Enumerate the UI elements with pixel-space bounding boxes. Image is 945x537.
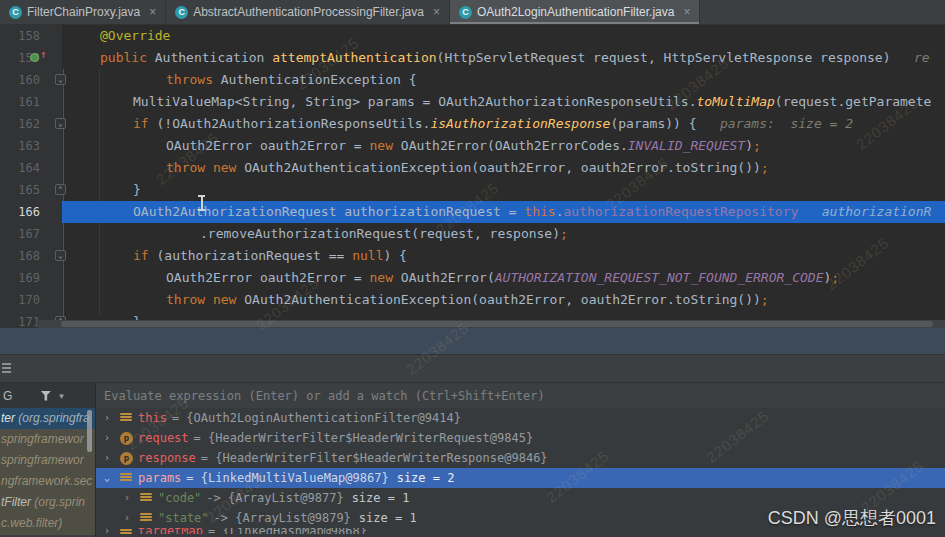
line-number[interactable]: 158 — [0, 25, 40, 47]
tab-AbstractAuthenticationProcessingFilter.java[interactable]: CAbstractAuthenticationProcessingFilter.… — [166, 0, 450, 24]
variable-row-params[interactable]: ⌄params= {LinkedMultiValueMap@9867}size … — [96, 468, 945, 488]
close-icon[interactable]: × — [433, 5, 440, 19]
class-icon: C — [9, 6, 22, 19]
frame-package-name: springframewor — [1, 453, 84, 467]
token-pl: MultiValueMap<String, String> params = O… — [133, 94, 697, 109]
code-line-165[interactable]: 165⌃} — [0, 179, 945, 201]
code-line-161[interactable]: 161MultiValueMap<String, String> params … — [0, 91, 945, 113]
chevron-right-icon[interactable]: › — [104, 408, 120, 428]
chevron-right-icon[interactable]: › — [124, 508, 140, 528]
code-text: throws AuthenticationException { — [166, 69, 416, 91]
token-kw: null — [352, 248, 383, 263]
class-icon: C — [459, 6, 472, 19]
code-text: throw new OAuth2AuthenticationException(… — [166, 289, 769, 311]
tab-FilterChainProxy.java[interactable]: CFilterChainProxy.java× — [0, 0, 166, 24]
token-kw: new — [370, 138, 393, 153]
variable-value: -> {ArrayList@9877} — [206, 488, 343, 508]
fold-up-icon[interactable]: ⌃ — [55, 184, 66, 195]
debug-separator-band — [0, 328, 945, 354]
code-line-164[interactable]: 164throw new OAuth2AuthenticationExcepti… — [0, 157, 945, 179]
variable-icon — [140, 513, 152, 523]
chevron-down-icon[interactable]: ▾ — [59, 391, 64, 401]
variable-size: size = 1 — [359, 508, 417, 528]
chevron-right-icon[interactable]: › — [104, 428, 120, 448]
chevron-down-icon[interactable]: ⌄ — [104, 468, 120, 488]
line-number[interactable]: 168 — [0, 245, 40, 267]
fold-down-icon[interactable]: ⌄ — [55, 250, 66, 261]
line-number[interactable]: 169 — [0, 267, 40, 289]
frame-row[interactable]: springframewor — [0, 429, 95, 450]
frame-row[interactable]: ngframework.sec — [0, 471, 95, 492]
code-editor[interactable]: 158@Override159↑public Authentication at… — [0, 25, 945, 328]
line-number[interactable]: 163 — [0, 135, 40, 157]
code-line-160[interactable]: 160⌄throws AuthenticationException { — [0, 69, 945, 91]
line-number[interactable]: 171 — [0, 311, 40, 328]
variable-value: -> {ArrayList@9879} — [214, 508, 351, 528]
frame-rows: ter (org.springfraspringframeworspringfr… — [0, 408, 95, 534]
code-line-159[interactable]: 159↑public Authentication attemptAuthent… — [0, 47, 945, 69]
close-icon[interactable]: × — [683, 5, 690, 19]
csdn-watermark: CSDN @思想者0001 — [768, 506, 936, 530]
filter-funnel-icon[interactable] — [40, 391, 51, 401]
variable-row-this[interactable]: ›this= {OAuth2LoginAuthenticationFilter@… — [96, 408, 945, 428]
line-number[interactable]: 167 — [0, 223, 40, 245]
code-text: throw new OAuth2AuthenticationException(… — [166, 157, 769, 179]
code-line-169[interactable]: 169OAuth2Error oauth2Error = new OAuth2E… — [0, 267, 945, 289]
chevron-right-icon[interactable]: › — [104, 528, 120, 534]
override-method-icon[interactable]: ↑ — [30, 52, 52, 64]
token-kw: public — [100, 50, 147, 65]
frame-row[interactable]: tFilter (org.sprin — [0, 492, 95, 513]
fold-down-icon[interactable]: ⌄ — [55, 74, 66, 85]
chevron-right-icon[interactable]: › — [104, 448, 120, 468]
editor-tab-bar: CFilterChainProxy.java×CAbstractAuthenti… — [0, 0, 945, 25]
variable-name: response — [138, 448, 196, 468]
variable-icon — [140, 493, 152, 503]
fold-down-icon[interactable]: ⌄ — [55, 118, 66, 129]
frame-package-name: (org.springfra — [18, 411, 89, 425]
variable-row-response[interactable]: ›presponse= {HeaderWriterFilter$HeaderWr… — [96, 448, 945, 468]
variable-icon — [120, 413, 132, 423]
code-line-168[interactable]: 168⌄if (authorizationRequest == null) { — [0, 245, 945, 267]
code-line-158[interactable]: 158@Override — [0, 25, 945, 47]
code-text: public Authentication attemptAuthenticat… — [100, 47, 930, 69]
code-line-163[interactable]: 163OAuth2Error oauth2Error = new OAuth2E… — [0, 135, 945, 157]
menu-icon[interactable] — [2, 363, 11, 374]
token-pl: (params)) { — [610, 116, 704, 131]
override-arrow-icon: ↑ — [40, 48, 47, 61]
line-number[interactable]: 161 — [0, 91, 40, 113]
horizontal-scrollbar[interactable] — [37, 320, 945, 328]
line-number[interactable]: 170 — [0, 289, 40, 311]
code-line-166[interactable]: 166OAuth2AuthorizationRequest authorizat… — [0, 201, 945, 223]
line-number[interactable]: 160 — [0, 69, 40, 91]
frames-scrollbar-thumb[interactable] — [87, 410, 92, 452]
token-meth: attemptAuthentication — [272, 50, 436, 65]
frame-row[interactable]: ter (org.springfra — [0, 408, 95, 429]
frame-row[interactable]: springframewor — [0, 450, 95, 471]
line-number[interactable]: 166 — [0, 201, 40, 223]
frames-list[interactable]: ter (org.springfraspringframeworspringfr… — [0, 408, 96, 537]
tab-OAuth2LoginAuthenticationFilter.java[interactable]: COAuth2LoginAuthenticationFilter.java× — [450, 0, 700, 24]
token-methi: toMultiMap — [697, 94, 775, 109]
variable-row-request[interactable]: ›prequest= {HeaderWriterFilter$HeaderWri… — [96, 428, 945, 448]
variable-value: = {HeaderWriterFilter$HeaderWriterRespon… — [201, 448, 548, 468]
tab-label: OAuth2LoginAuthenticationFilter.java — [477, 5, 674, 19]
variable-row-code[interactable]: ›"code"-> {ArrayList@9877}size = 1 — [96, 488, 945, 508]
chevron-right-icon[interactable]: › — [124, 488, 140, 508]
horizontal-scrollbar-thumb[interactable] — [61, 321, 933, 327]
tab-label: AbstractAuthenticationProcessingFilter.j… — [193, 5, 424, 19]
frame-row[interactable]: c.web.filter) — [0, 513, 95, 534]
frames-panel-header[interactable]: G ▾ — [0, 383, 96, 408]
variable-size: size = 1 — [352, 488, 410, 508]
code-line-167[interactable]: 167.removeAuthorizationRequest(request, … — [0, 223, 945, 245]
evaluate-expression-input[interactable]: Evaluate expression (Enter) or add a wat… — [96, 383, 945, 408]
close-icon[interactable]: × — [149, 5, 156, 19]
code-line-170[interactable]: 170throw new OAuth2AuthenticationExcepti… — [0, 289, 945, 311]
token-pl: (HttpServletRequest request, HttpServlet… — [437, 50, 899, 65]
code-line-162[interactable]: 162⌄if (!OAuth2AuthorizationResponseUtil… — [0, 113, 945, 135]
line-number[interactable]: 164 — [0, 157, 40, 179]
line-number[interactable]: 165 — [0, 179, 40, 201]
line-number[interactable]: 162 — [0, 113, 40, 135]
code-text: OAuth2Error oauth2Error = new OAuth2Erro… — [166, 135, 761, 157]
token-pl: OAuth2AuthorizationRequest authorization… — [133, 204, 524, 219]
token-pl: ) — [745, 138, 753, 153]
